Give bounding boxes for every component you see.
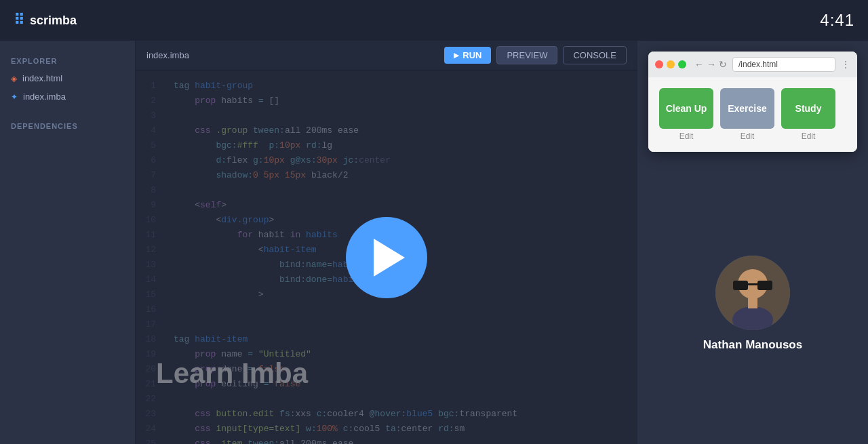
author-name: Nathan Manousos xyxy=(703,338,802,352)
avatar xyxy=(715,256,790,330)
right-panel: ← → ↻ /index.html ⋮ Clean Up Edit Exerci… xyxy=(637,41,868,444)
timer: 4:41 xyxy=(820,11,854,30)
sidebar: EXPLORER ◈ index.html ✦ index.imba DEPEN… xyxy=(0,41,136,444)
habit-exercise-edit[interactable]: Edit xyxy=(741,132,755,141)
traffic-light-green[interactable] xyxy=(678,60,686,68)
explorer-label: EXPLORER xyxy=(0,52,135,69)
imba-icon: ✦ xyxy=(11,92,18,102)
sidebar-item-imba-label: index.imba xyxy=(23,92,66,102)
habit-buttons: Clean Up Edit Exercise Edit Study Edit xyxy=(659,88,846,141)
editor-actions: ▶ RUN PREVIEW CONSOLE xyxy=(444,46,627,64)
run-icon: ▶ xyxy=(454,52,459,59)
habit-cleanup-edit[interactable]: Edit xyxy=(679,132,694,141)
topbar: ⠿ scrimba 4:41 xyxy=(0,0,868,41)
avatar-section: Nathan Manousos xyxy=(637,163,868,444)
dependencies-label: DEPENDENCIES xyxy=(0,117,135,134)
editor-header: index.imba ▶ RUN PREVIEW CONSOLE xyxy=(136,41,637,70)
preview-window: ← → ↻ /index.html ⋮ Clean Up Edit Exerci… xyxy=(648,52,857,152)
habit-exercise-button[interactable]: Exercise xyxy=(720,88,774,129)
habit-study-button[interactable]: Study xyxy=(781,88,835,129)
svg-rect-5 xyxy=(748,283,757,285)
browser-bar: ← → ↻ /index.html ⋮ xyxy=(648,52,857,77)
back-icon[interactable]: ← xyxy=(694,59,704,70)
browser-nav: ← → ↻ xyxy=(694,59,727,70)
editor-tab[interactable]: index.imba xyxy=(146,50,189,60)
editor-area: index.imba ▶ RUN PREVIEW CONSOLE 1 2 3 4… xyxy=(136,41,637,444)
console-button[interactable]: CONSOLE xyxy=(563,46,627,64)
traffic-light-red[interactable] xyxy=(655,60,663,68)
browser-content: Clean Up Edit Exercise Edit Study Edit xyxy=(648,77,857,152)
play-button[interactable] xyxy=(346,217,427,298)
browser-menu-icon[interactable]: ⋮ xyxy=(841,59,850,70)
traffic-lights xyxy=(655,60,686,68)
sidebar-item-imba[interactable]: ✦ index.imba xyxy=(0,87,135,106)
code-editor[interactable]: 1 2 3 4 5 6 7 8 9 10 11 12 13 14 15 16 1 xyxy=(136,70,637,444)
forward-icon[interactable]: → xyxy=(707,59,716,70)
traffic-light-yellow[interactable] xyxy=(667,60,675,68)
habit-study-wrap: Study Edit xyxy=(781,88,835,141)
sidebar-item-html[interactable]: ◈ index.html xyxy=(0,69,135,87)
play-overlay[interactable] xyxy=(136,70,637,444)
browser-url[interactable]: /index.html xyxy=(732,57,835,72)
habit-study-edit[interactable]: Edit xyxy=(802,132,816,141)
logo-text: scrimba xyxy=(30,14,77,28)
play-triangle-icon xyxy=(374,239,405,277)
habit-exercise-wrap: Exercise Edit xyxy=(720,88,774,141)
habit-cleanup-wrap: Clean Up Edit xyxy=(659,88,713,141)
svg-rect-3 xyxy=(733,281,748,290)
avatar-svg xyxy=(715,256,790,330)
refresh-icon[interactable]: ↻ xyxy=(719,59,727,70)
svg-rect-4 xyxy=(757,281,772,290)
logo-icon: ⠿ xyxy=(14,12,24,29)
habit-cleanup-button[interactable]: Clean Up xyxy=(659,88,713,129)
run-label: RUN xyxy=(462,50,481,60)
logo: ⠿ scrimba xyxy=(14,12,77,29)
preview-button[interactable]: PREVIEW xyxy=(496,46,557,64)
sidebar-item-html-label: index.html xyxy=(22,73,62,83)
html-icon: ◈ xyxy=(11,74,17,83)
svg-rect-7 xyxy=(748,296,757,308)
main-layout: EXPLORER ◈ index.html ✦ index.imba DEPEN… xyxy=(0,41,868,444)
run-button[interactable]: ▶ RUN xyxy=(444,47,491,64)
